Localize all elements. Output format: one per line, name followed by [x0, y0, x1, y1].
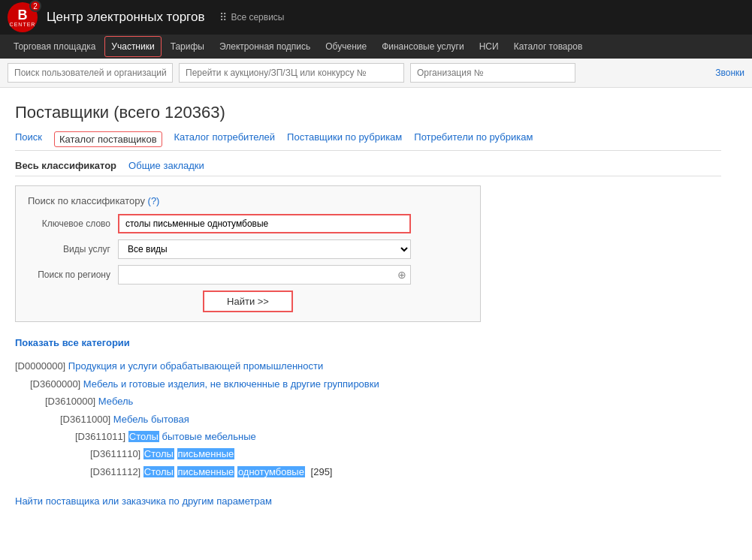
hl-pismennye-2: письменные	[177, 466, 235, 477]
page-title: Поставщики (всего 120363)	[15, 103, 721, 122]
region-input-wrap: ⊕	[118, 265, 411, 285]
zvonki-link[interactable]: Звонки	[715, 68, 744, 78]
tab-supplier-catalog[interactable]: Каталог поставщиков	[54, 131, 162, 147]
category-code-d3611: [D3611000]	[60, 414, 110, 425]
category-row-d0: [D0000000] Продукция и услуги обрабатыва…	[15, 357, 721, 375]
nav-item-education[interactable]: Обучение	[319, 37, 373, 56]
nav-item-participants[interactable]: Участники	[104, 36, 161, 57]
link-text-d3611011: бытовые мебельные	[159, 431, 256, 442]
notification-badge: 2	[29, 0, 41, 12]
user-search-input[interactable]	[8, 63, 173, 83]
category-link-d3611[interactable]: Мебель бытовая	[113, 414, 189, 425]
nav-item-esign[interactable]: Электронная подпись	[213, 37, 316, 56]
category-link-d3611110[interactable]: Столы письменные	[143, 448, 234, 459]
sub-tab-bookmarks[interactable]: Общие закладки	[128, 160, 204, 171]
nav-item-financial[interactable]: Финансовые услуги	[376, 37, 470, 56]
all-services-label: Все сервисы	[231, 12, 284, 23]
sub-tab-all-classifier[interactable]: Весь классификатор	[15, 160, 116, 171]
hl-pismennye-1: письменные	[177, 448, 235, 459]
search-bar: Звонки	[0, 59, 752, 88]
tab-suppliers-by-rubric[interactable]: Поставщики по рубрикам	[287, 131, 402, 147]
category-link-d0[interactable]: Продукция и услуги обрабатывающей промыш…	[68, 360, 323, 372]
tab-consumers-by-rubric[interactable]: Потребители по рубрикам	[414, 131, 533, 147]
nav-item-nsi[interactable]: НСИ	[473, 37, 505, 56]
find-btn-row: Найти >>	[28, 291, 468, 312]
category-tree: Показать все категории [D0000000] Продук…	[15, 334, 721, 480]
tab-consumer-catalog[interactable]: Каталог потребителей	[174, 131, 276, 147]
region-label: Поиск по региону	[28, 269, 118, 280]
category-row-d3610: [D3610000] Мебель	[45, 393, 721, 410]
top-bar: B CENTER 2 Центр электронных торгов ⠿ Вс…	[0, 0, 752, 35]
grid-icon: ⠿	[219, 11, 227, 23]
classifier-title-text: Поиск по классификатору	[28, 195, 145, 206]
category-link-d3610[interactable]: Мебель	[98, 396, 134, 407]
services-row: Виды услуг Все виды	[28, 239, 468, 259]
auction-search-input[interactable]	[179, 63, 404, 83]
logo-center-text: CENTER	[10, 22, 36, 27]
logo-b: B	[18, 8, 28, 22]
tab-search[interactable]: Поиск	[15, 131, 42, 147]
all-services[interactable]: ⠿ Все сервисы	[219, 11, 284, 23]
category-link-d3611011[interactable]: Столы бытовые мебельные	[128, 431, 256, 442]
bottom-link-section: Найти поставщика или заказчика по другим…	[15, 495, 721, 507]
main-nav: Торговая площадка Участники Тарифы Элект…	[0, 35, 752, 59]
services-select[interactable]: Все виды	[118, 239, 411, 259]
region-input[interactable]	[118, 265, 411, 285]
keyword-row: Ключевое слово	[28, 214, 468, 233]
category-code-d3611011: [D3611011]	[75, 431, 125, 442]
nav-item-trading[interactable]: Торговая площадка	[8, 37, 101, 56]
category-link-d3611112[interactable]: Столы письменные однотумбовые	[143, 466, 308, 477]
hl-stoly-1: Столы	[128, 431, 159, 442]
category-code-d3611110: [D3611110]	[90, 448, 140, 459]
classifier-title: Поиск по классификатору (?)	[28, 195, 468, 206]
category-link-d3600[interactable]: Мебель и готовые изделия, не включенные …	[83, 378, 379, 390]
logo-block[interactable]: B CENTER 2	[8, 2, 38, 32]
hl-stoly-2: Столы	[143, 448, 174, 459]
site-title: Центр электронных торгов	[47, 10, 204, 25]
find-button[interactable]: Найти >>	[203, 291, 293, 312]
main-content: Поставщики (всего 120363) Поиск Каталог …	[0, 88, 736, 514]
category-row-d3600: [D3600000] Мебель и готовые изделия, не …	[30, 375, 721, 393]
show-all-categories-link[interactable]: Показать все категории	[15, 334, 721, 351]
org-search-input[interactable]	[410, 63, 575, 83]
nav-item-catalog[interactable]: Каталог товаров	[508, 37, 589, 56]
hl-odnotumbovye: однотумбовые	[237, 466, 305, 477]
classifier-box: Поиск по классификатору (?) Ключевое сло…	[15, 185, 481, 322]
category-code-d0: [D0000000]	[15, 360, 65, 372]
category-badge-d3611112: [295]	[311, 466, 333, 477]
region-plus-icon[interactable]: ⊕	[397, 269, 406, 281]
region-row: Поиск по региону ⊕	[28, 265, 468, 285]
hl-stoly-3: Столы	[143, 466, 174, 477]
category-row-d3611: [D3611000] Мебель бытовая	[60, 411, 721, 428]
keyword-input[interactable]	[118, 214, 411, 233]
category-code-d3611112: [D3611112]	[90, 466, 140, 477]
category-code-d3600: [D3600000]	[30, 378, 80, 390]
classifier-help[interactable]: (?)	[148, 195, 160, 206]
category-row-d3611112: [D3611112] Столы письменные однотумбовые…	[90, 463, 721, 480]
tabs: Поиск Каталог поставщиков Каталог потреб…	[15, 131, 721, 151]
find-by-params-link[interactable]: Найти поставщика или заказчика по другим…	[15, 495, 272, 507]
nav-item-tariffs[interactable]: Тарифы	[165, 37, 210, 56]
category-row-d3611011: [D3611011] Столы бытовые мебельные	[75, 428, 721, 445]
category-code-d3610: [D3610000]	[45, 396, 95, 407]
keyword-label: Ключевое слово	[28, 218, 118, 229]
category-row-d3611110: [D3611110] Столы письменные	[90, 445, 721, 462]
sub-tabs: Весь классификатор Общие закладки	[15, 160, 721, 176]
logo-circle: B CENTER 2	[8, 2, 38, 32]
services-label: Виды услуг	[28, 244, 118, 254]
